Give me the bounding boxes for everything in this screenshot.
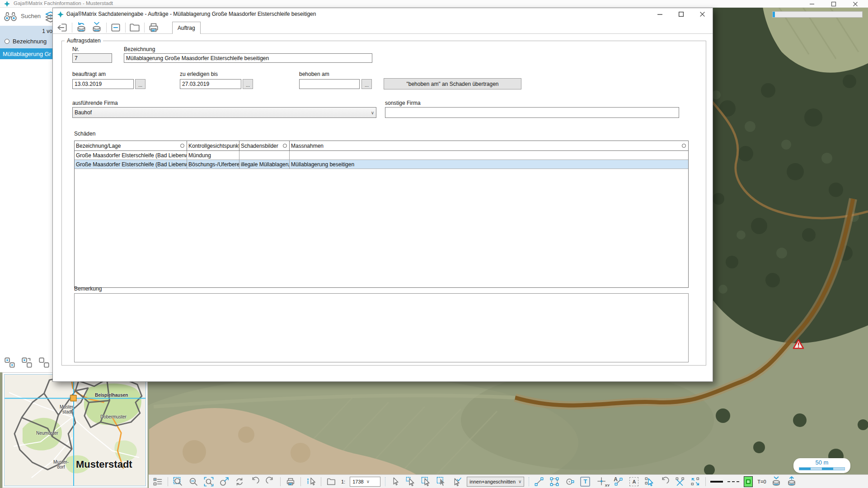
zoom-out-icon [188,477,198,487]
search-field-option[interactable]: Bezeichnung [5,38,47,45]
nr-field[interactable] [72,53,112,63]
column-header[interactable]: Massnahmen [290,141,688,150]
chevron-down-icon: ∨ [366,479,370,484]
move-xy-button[interactable]: XY [595,476,609,487]
legend-button[interactable] [152,476,163,487]
scalebar-label: 50 m [793,459,850,466]
label-box-button[interactable]: A [629,476,639,487]
undo-edit-button[interactable] [659,476,670,487]
minimize-icon [657,11,663,17]
window-button[interactable] [110,22,122,33]
redo-icon [265,477,275,487]
delete-node-button[interactable] [675,476,685,487]
confirm-selection-button[interactable] [451,476,462,487]
behoben-am-field[interactable] [299,79,360,89]
redo-button[interactable] [265,476,276,487]
refresh-button[interactable] [234,476,245,487]
schaeden-table: Bezeichnung/Lage Kontrollgesichtspunkt S… [74,141,689,288]
column-header[interactable]: Bezeichnung/Lage [75,141,187,150]
beauftragt-am-field[interactable] [72,79,134,89]
delete-node-icon [675,477,685,487]
db-upload-icon [786,476,797,487]
zoom-window-button[interactable] [173,476,183,487]
map-folder-button[interactable] [326,476,337,487]
damage-marker-icon[interactable] [793,339,804,350]
bezeichnung-field[interactable] [124,53,372,63]
main-minimize-button[interactable] [805,1,819,7]
close-record-button[interactable] [56,22,68,33]
bemerkung-label: Bemerkung [74,286,102,292]
draw-circle-button[interactable] [564,476,575,487]
scale-prefix-label: 1: [341,479,345,484]
erledigen-date-picker-button[interactable]: ... [243,79,253,89]
sort-circle-icon[interactable] [283,144,287,148]
schaeden-label: Schäden [74,131,95,137]
selection-mode-partial-icon[interactable] [21,357,33,369]
place-label-button[interactable]: A [613,476,624,487]
line-style-swatch[interactable] [710,481,723,483]
column-header[interactable]: Kontrollgesichtspunkt [187,141,239,150]
undo-button[interactable] [249,476,260,487]
zoom-out-button[interactable] [188,476,199,487]
place-label-musterstadt: Muster-stadt [60,404,75,414]
save-record-button[interactable] [91,22,103,33]
label-a-icon: A [614,476,618,483]
binoculars-icon[interactable] [4,11,17,22]
beauftragt-date-picker-button[interactable]: ... [135,79,145,89]
behoben-date-picker-button[interactable]: ... [361,79,372,89]
beauftragt-am-label: beauftragt am [72,71,106,77]
cursor-rect-icon [406,477,416,487]
select-polygon-button[interactable] [421,476,432,487]
edit-nodes-button[interactable] [644,476,655,487]
dialog-close-button[interactable] [694,10,710,19]
move-node-button[interactable] [690,476,701,487]
column-header[interactable]: Schadensbilder [239,141,290,150]
draw-rectangle-button[interactable] [549,476,560,487]
print-button[interactable] [148,22,160,33]
selection-mode-both-icon[interactable] [4,357,16,369]
dialog-titlebar[interactable]: Gaja®Matrix Sachdateneingabe - Aufträge … [53,8,713,20]
table-row-selected[interactable]: Große Maasdorfer Elsterschleife (Bad Lie… [75,160,688,169]
scale-combo[interactable]: 1738 ∨ [350,477,380,487]
ausfuehrende-firma-label: ausführende Firma [72,100,118,106]
dialog-minimize-button[interactable] [652,10,667,19]
scalebar-segments [799,467,845,470]
result-list-item[interactable]: Müllablagerung Gr [0,48,59,59]
open-folder-button[interactable] [129,22,141,33]
firma-combobox[interactable]: Bauhof ∨ [72,107,376,118]
info-select-button[interactable] [305,476,316,487]
folder-icon [129,22,141,33]
folder-icon [326,477,336,487]
clip-mode-combo[interactable]: innen+angeschnitten ∨ [467,477,524,487]
zoom-pan-button[interactable] [219,476,230,487]
main-maximize-button[interactable] [827,1,840,7]
map-print-button[interactable] [285,476,296,487]
select-button[interactable] [390,476,401,487]
reload-record-button[interactable] [75,22,87,33]
sonstige-firma-field[interactable] [385,107,679,118]
dialog-maximize-button[interactable] [673,10,689,19]
select-rectangle-button[interactable] [405,476,416,487]
tab-auftrag[interactable]: Auftrag [172,22,201,34]
zoom-extent-button[interactable] [203,476,214,487]
selection-mode-bar [4,357,51,369]
load-graphics-button[interactable] [786,476,797,487]
sachdaten-dialog: Gaja®Matrix Sachdateneingabe - Aufträge … [52,8,713,382]
transfer-behoben-button[interactable]: "behoben am" an Schaden übertragen [384,78,521,89]
main-close-button[interactable] [849,1,862,7]
dash-style-swatch[interactable] [727,481,739,482]
printer-icon [148,22,160,33]
sort-circle-icon[interactable] [180,144,184,148]
zu-erledigen-field[interactable] [180,79,241,89]
sort-circle-icon[interactable] [682,144,686,148]
maximize-icon [831,1,836,7]
save-graphics-button[interactable] [771,476,782,487]
draw-line-button[interactable] [534,476,544,487]
select-all-button[interactable] [436,476,447,487]
bemerkung-textarea[interactable] [74,293,689,362]
text-tool-button[interactable]: T [580,476,591,487]
fill-style-swatch[interactable] [744,476,753,487]
selection-mode-none-icon[interactable] [38,357,51,369]
table-row[interactable]: Große Maasdorfer Elsterschleife (Bad Lie… [75,151,688,160]
groupbox-title: Auftragsdaten [65,38,103,44]
